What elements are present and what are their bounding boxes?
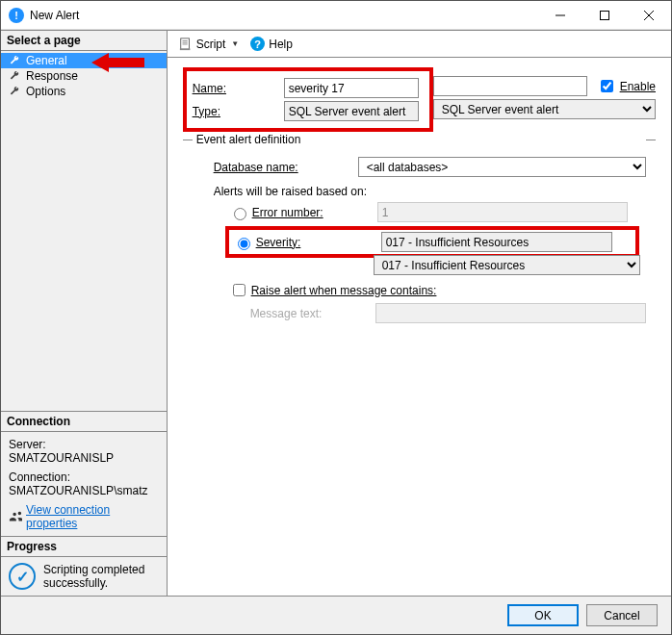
left-panel: Select a page General Response Options xyxy=(1,31,168,596)
chevron-down-icon: ▼ xyxy=(231,39,239,48)
error-number-label: Error number: xyxy=(252,206,377,219)
name-input[interactable] xyxy=(284,78,419,98)
type-select-visible: SQL Server event alert xyxy=(284,101,419,121)
name-label: Name: xyxy=(193,82,284,95)
connection-value: SMATZOURANISLP\smatz xyxy=(9,484,159,497)
ok-button[interactable]: OK xyxy=(507,604,579,626)
alert-icon: ! xyxy=(9,8,24,23)
page-item-label: Options xyxy=(26,85,65,98)
wrench-icon xyxy=(9,55,20,66)
severity-highlight: Severity: 017 - Insufficient Resources xyxy=(225,226,639,258)
fieldset-legend: Event alert definition xyxy=(193,133,646,146)
page-item-response[interactable]: Response xyxy=(1,68,167,84)
select-page-header: Select a page xyxy=(1,31,167,51)
toolbar: Script ▼ ? Help xyxy=(168,31,671,58)
enable-checkbox[interactable] xyxy=(601,80,613,92)
wrench-icon xyxy=(9,86,20,97)
connection-section: Connection Server: SMATZOURANISLP Connec… xyxy=(1,411,167,536)
name-type-highlight: Name: Type: SQL Server event alert xyxy=(183,67,433,132)
severity-select-visible: 017 - Insufficient Resources xyxy=(381,232,612,252)
window-controls xyxy=(538,1,671,30)
close-button[interactable] xyxy=(627,1,671,30)
page-item-general[interactable]: General xyxy=(1,53,167,68)
minimize-button[interactable] xyxy=(538,1,582,30)
window-title: New Alert xyxy=(30,9,538,22)
database-label: Database name: xyxy=(214,161,358,174)
database-select[interactable]: <all databases> xyxy=(358,157,646,177)
cancel-button[interactable]: Cancel xyxy=(586,604,658,626)
maximize-button[interactable] xyxy=(582,1,627,30)
help-icon: ? xyxy=(250,37,265,51)
severity-label: Severity: xyxy=(256,236,381,249)
error-number-radio[interactable] xyxy=(234,208,246,220)
page-item-label: General xyxy=(26,54,67,67)
severity-radio[interactable] xyxy=(238,238,250,250)
connection-label: Connection: xyxy=(9,470,159,484)
progress-header: Progress xyxy=(1,537,167,557)
progress-status: Scripting completed successfully. xyxy=(43,563,159,590)
script-label: Script xyxy=(196,38,226,51)
name-input-ext[interactable] xyxy=(433,76,587,96)
enable-checkbox-wrap[interactable]: Enable xyxy=(597,77,656,95)
page-item-label: Response xyxy=(26,69,78,83)
type-select[interactable]: SQL Server event alert xyxy=(433,99,656,119)
people-icon xyxy=(9,510,22,523)
based-on-label: Alerts will be raised based on: xyxy=(214,185,367,198)
message-text-label: Message text: xyxy=(250,307,375,320)
severity-select-full[interactable]: 017 - Insufficient Resources xyxy=(374,255,640,275)
script-icon xyxy=(179,38,193,51)
event-alert-fieldset: Event alert definition Database name: <a… xyxy=(183,140,656,336)
svg-rect-6 xyxy=(180,48,191,50)
connection-header: Connection xyxy=(1,412,167,432)
progress-section: Progress ✓ Scripting completed successfu… xyxy=(1,536,167,596)
connection-link-label: View connection properties xyxy=(26,503,159,530)
server-label: Server: xyxy=(9,438,159,451)
script-button[interactable]: Script ▼ xyxy=(175,36,244,53)
wrench-icon xyxy=(9,70,20,82)
raise-checkbox[interactable] xyxy=(233,284,246,296)
check-circle-icon: ✓ xyxy=(9,563,36,590)
dialog-footer: OK Cancel xyxy=(1,596,671,634)
error-number-input xyxy=(377,202,628,222)
page-item-options[interactable]: Options xyxy=(1,84,167,99)
page-list: General Response Options xyxy=(1,51,167,101)
help-label: Help xyxy=(269,38,293,51)
message-text-input xyxy=(375,303,646,323)
titlebar: ! New Alert xyxy=(1,1,671,30)
main-content: Script ▼ ? Help Name: Type: xyxy=(168,31,671,596)
server-value: SMATZOURANISLP xyxy=(9,451,159,465)
enable-label: Enable xyxy=(620,80,656,93)
svg-rect-1 xyxy=(601,11,609,19)
type-label: Type: xyxy=(193,105,284,118)
raise-label: Raise alert when message contains: xyxy=(251,284,437,297)
help-button[interactable]: ? Help xyxy=(246,35,297,53)
view-connection-properties-link[interactable]: View connection properties xyxy=(9,503,159,530)
